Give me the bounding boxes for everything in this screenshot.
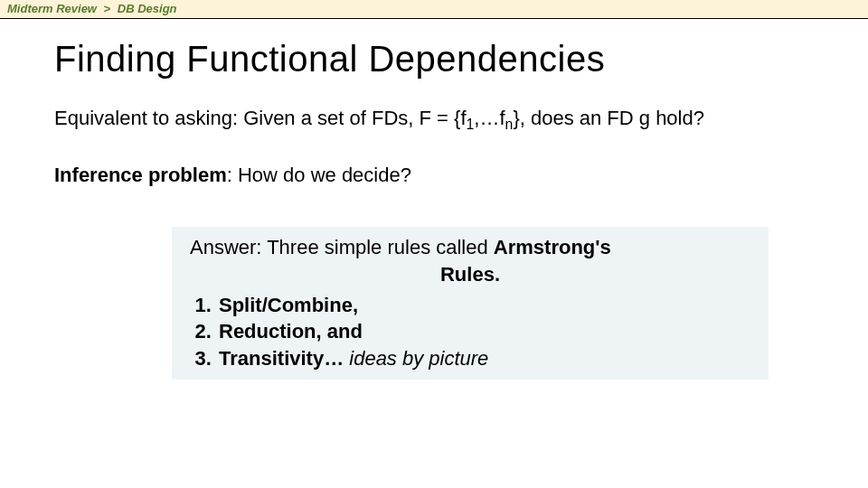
slide-content: Finding Functional Dependencies Equivale… [0,19,868,380]
answer-line1a: Answer: Three simple rules called [190,236,494,258]
equivalent-sub1: 1 [467,117,475,132]
inference-line: Inference problem: How do we decide? [54,164,814,187]
equivalent-mid: ,…f [474,107,505,129]
inference-rest: : How do we decide? [227,164,411,186]
list-item: Split/Combine, [217,292,750,319]
answer-line2: Rules. [440,263,500,286]
rule-1: Split/Combine, [219,294,358,316]
breadcrumb-part2: DB Design [118,2,177,15]
rule-3: Transitivity… [219,347,344,370]
answer-text: Answer: Three simple rules called Armstr… [190,234,750,287]
answer-box: Answer: Three simple rules called Armstr… [172,227,769,379]
equivalent-line: Equivalent to asking: Given a set of FDs… [54,107,814,133]
breadcrumb-part1: Midterm Review [7,2,97,15]
breadcrumb: Midterm Review > DB Design [0,0,868,19]
rules-list: Split/Combine, Reduction, and Transitivi… [195,292,750,372]
ideas-text: ideas by picture [344,347,488,370]
equivalent-post: }, does an FD g hold? [513,107,704,129]
list-item: Transitivity… ideas by picture [217,345,750,372]
list-item: Reduction, and [217,318,750,345]
equivalent-pre: Equivalent to asking: Given a set of FDs… [54,107,467,129]
rule-2: Reduction, and [219,320,363,343]
answer-line1b: Armstrong's [494,236,611,258]
page-title: Finding Functional Dependencies [54,39,814,80]
breadcrumb-separator: > [100,2,115,15]
inference-label: Inference problem [54,164,227,186]
